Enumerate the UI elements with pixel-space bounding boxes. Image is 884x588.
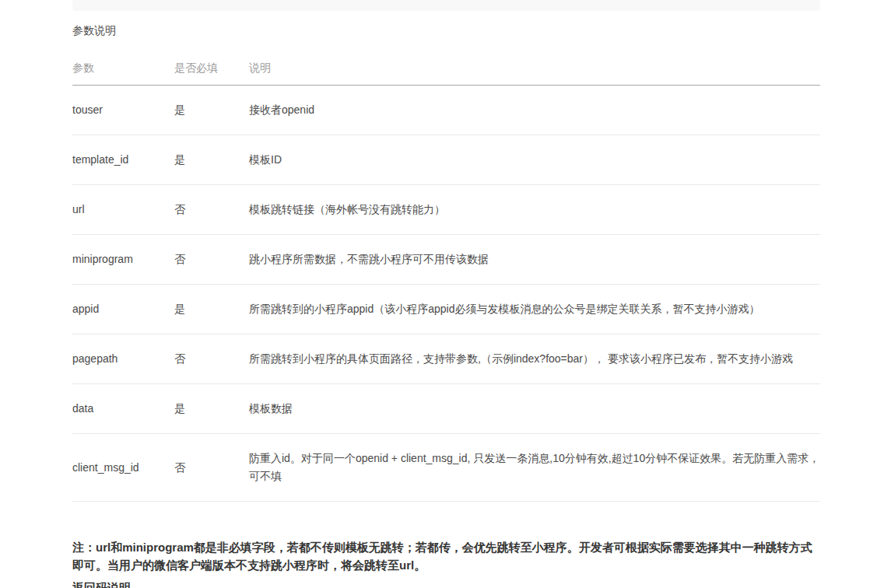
param-table-header-row: 参数 是否必填 说明 (72, 51, 820, 86)
note-paragraph: 注：url和miniprogram都是非必填字段，若都不传则模板无跳转；若都传，… (72, 538, 820, 574)
param-desc-cell: 所需跳转到的小程序appid（该小程序appid必须与发模板消息的公众号是绑定关… (249, 285, 820, 334)
table-row: data 是 模板数据 (72, 384, 820, 434)
param-name-cell: touser (72, 86, 174, 135)
param-required-cell: 否 (174, 235, 249, 285)
param-name-cell: pagepath (72, 334, 174, 384)
param-required-cell: 是 (174, 285, 249, 334)
docs-content: 参数说明 参数 是否必填 说明 touser 是 接收者openid templ… (72, 0, 820, 588)
param-required-cell: 否 (174, 334, 249, 384)
param-desc-cell: 模板数据 (249, 384, 820, 434)
param-desc-cell: 模板ID (249, 135, 820, 185)
param-table-body: touser 是 接收者openid template_id 是 模板ID ur… (72, 86, 820, 502)
param-name-cell: data (72, 384, 174, 434)
param-required-cell: 是 (174, 86, 249, 135)
table-row: miniprogram 否 跳小程序所需数据，不需跳小程序可不用传该数据 (72, 235, 820, 285)
param-name-cell: client_msg_id (72, 434, 174, 502)
param-required-cell: 否 (174, 185, 249, 235)
param-name-cell: appid (72, 285, 174, 334)
param-desc-cell: 接收者openid (249, 86, 820, 135)
param-name-cell: template_id (72, 135, 174, 185)
param-table-head: 参数 是否必填 说明 (72, 51, 820, 86)
param-name-cell: url (72, 185, 174, 235)
param-required-cell: 是 (174, 135, 249, 185)
param-desc-cell: 模板跳转链接（海外帐号没有跳转能力） (249, 185, 820, 235)
param-desc-cell: 跳小程序所需数据，不需跳小程序可不用传该数据 (249, 235, 820, 285)
column-header-desc: 说明 (249, 51, 820, 86)
table-row: appid 是 所需跳转到的小程序appid（该小程序appid必须与发模板消息… (72, 285, 820, 334)
param-name-cell: miniprogram (72, 235, 174, 285)
param-table: 参数 是否必填 说明 touser 是 接收者openid template_i… (72, 51, 820, 502)
table-row: template_id 是 模板ID (72, 135, 820, 185)
param-required-cell: 否 (174, 434, 249, 502)
section-title-params: 参数说明 (72, 24, 820, 37)
table-row: client_msg_id 否 防重入id。对于同一个openid + clie… (72, 434, 820, 502)
param-desc-cell: 所需跳转到小程序的具体页面路径，支持带参数,（示例index?foo=bar），… (249, 334, 820, 384)
docs-page: 参数说明 参数 是否必填 说明 touser 是 接收者openid templ… (0, 0, 884, 588)
column-header-param: 参数 (72, 51, 174, 86)
table-row: touser 是 接收者openid (72, 86, 820, 135)
column-header-required: 是否必填 (174, 51, 249, 86)
table-row: url 否 模板跳转链接（海外帐号没有跳转能力） (72, 185, 820, 235)
param-required-cell: 是 (174, 384, 249, 434)
table-row: pagepath 否 所需跳转到小程序的具体页面路径，支持带参数,（示例inde… (72, 334, 820, 384)
code-block-remnant (72, 0, 820, 11)
param-desc-cell: 防重入id。对于同一个openid + client_msg_id, 只发送一条… (249, 434, 820, 502)
section-title-return-codes: 返回码说明 (72, 579, 820, 588)
